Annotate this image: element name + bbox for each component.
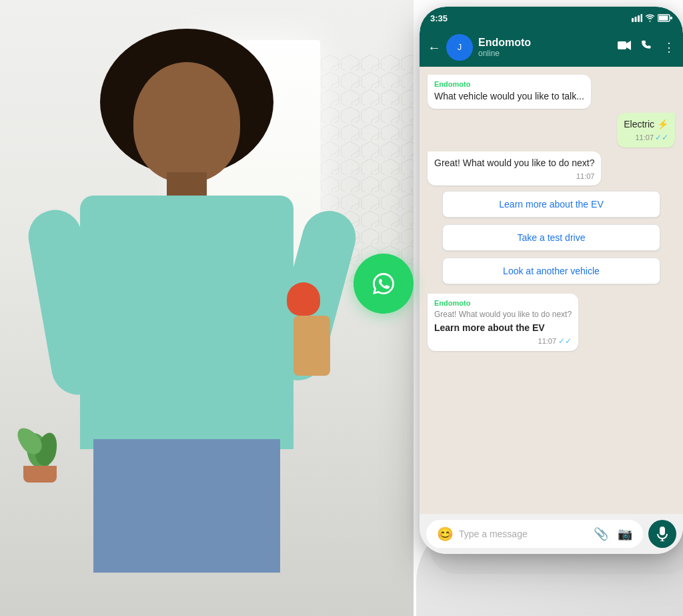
person-jeans bbox=[93, 439, 280, 573]
background-scene bbox=[0, 0, 414, 616]
chat-header: ← J Endomoto online ⋮ bbox=[420, 28, 683, 67]
battery-icon bbox=[658, 14, 672, 22]
emoji-icon[interactable]: 😊 bbox=[437, 526, 454, 542]
svg-rect-13 bbox=[618, 41, 626, 49]
header-actions: ⋮ bbox=[618, 40, 675, 55]
svg-point-3 bbox=[366, 266, 401, 301]
message-text-1: What vehicle would you like to talk... bbox=[434, 90, 584, 103]
contact-status: online bbox=[478, 49, 612, 58]
attach-icon[interactable]: 📎 bbox=[594, 527, 608, 541]
status-icons bbox=[632, 14, 672, 22]
person-phone bbox=[293, 316, 330, 376]
phone-screen: 3:35 bbox=[420, 7, 683, 554]
wifi-icon bbox=[645, 14, 655, 22]
phone-mockup: 3:35 bbox=[420, 7, 683, 554]
svg-rect-5 bbox=[635, 17, 637, 22]
sender-name-3: Endomoto bbox=[434, 299, 572, 307]
contact-name: Endomoto bbox=[478, 37, 612, 49]
svg-marker-14 bbox=[626, 41, 631, 50]
status-bar: 3:35 bbox=[420, 7, 683, 28]
second-bubble-subtext: Great! What would you like to do next? bbox=[434, 309, 572, 320]
second-bubble-time: 11:07 ✓✓ bbox=[434, 336, 572, 346]
svg-rect-15 bbox=[660, 527, 665, 535]
quick-reply-learn-more[interactable]: Learn more about the EV bbox=[442, 191, 660, 218]
sent-text-1: Electric ⚡ bbox=[624, 118, 668, 131]
quick-reply-test-drive[interactable]: Take a test drive bbox=[442, 224, 660, 251]
svg-rect-10 bbox=[670, 17, 672, 19]
more-options-icon[interactable]: ⋮ bbox=[663, 40, 675, 55]
received-time-2: 11:07 bbox=[434, 172, 594, 180]
input-placeholder: Type a message bbox=[459, 529, 528, 539]
whatsapp-logo bbox=[354, 254, 414, 314]
contact-info: Endomoto online bbox=[478, 37, 612, 58]
person-head bbox=[133, 62, 240, 182]
message-received-2: Great! What would you like to do next? 1… bbox=[428, 151, 601, 186]
person-food bbox=[287, 282, 320, 316]
contact-avatar: J bbox=[446, 34, 473, 61]
quick-reply-another-vehicle[interactable]: Look at another vehicle bbox=[442, 258, 660, 284]
svg-text:J: J bbox=[458, 42, 462, 52]
svg-rect-7 bbox=[641, 14, 643, 22]
svg-rect-4 bbox=[632, 18, 634, 22]
second-bubble-reply: Learn more about the EV bbox=[434, 322, 572, 335]
message-input-container[interactable]: 😊 Type a message 📎 📷 bbox=[426, 520, 643, 548]
person-shirt bbox=[80, 196, 293, 449]
camera-icon[interactable]: 📷 bbox=[618, 527, 632, 541]
mic-button[interactable] bbox=[648, 520, 676, 548]
message-sent-1: Electric ⚡ 11:07 ✓✓ bbox=[617, 113, 675, 148]
voice-call-icon[interactable] bbox=[642, 40, 652, 55]
svg-rect-6 bbox=[638, 15, 640, 22]
message-text-2: Great! What would you like to do next? bbox=[434, 157, 594, 170]
svg-rect-9 bbox=[659, 16, 668, 21]
video-call-icon[interactable] bbox=[618, 40, 631, 55]
tick-mark-1: ✓✓ bbox=[655, 133, 668, 142]
sender-name-1: Endomoto bbox=[434, 80, 584, 88]
back-button[interactable]: ← bbox=[428, 40, 441, 55]
chat-body: Endomoto What vehicle would you like to … bbox=[420, 67, 683, 517]
message-received-3: Endomoto Great! What would you like to d… bbox=[428, 294, 578, 351]
person bbox=[53, 62, 333, 563]
message-received-1: Endomoto What vehicle would you like to … bbox=[428, 75, 591, 109]
chat-input-bar: 😊 Type a message 📎 📷 bbox=[420, 514, 683, 554]
sent-time-1: 11:07 ✓✓ bbox=[624, 133, 668, 142]
status-time: 3:35 bbox=[430, 13, 448, 23]
signal-icon bbox=[632, 14, 642, 22]
